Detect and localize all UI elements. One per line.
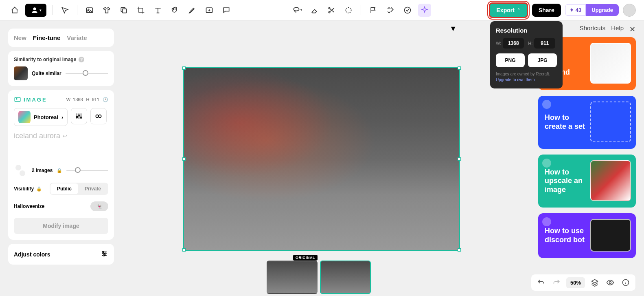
svg-point-19 (103, 255, 105, 256)
lasso-icon[interactable]: ▾ (291, 4, 304, 17)
eye-icon[interactable] (605, 277, 616, 288)
cursor-icon[interactable] (58, 4, 71, 17)
public-button[interactable]: Public (50, 183, 78, 194)
upgrade-button[interactable]: Upgrade (586, 4, 619, 16)
user-tool-dropdown[interactable]: ▾ (25, 4, 46, 17)
clock-icon[interactable]: 🕐 (103, 97, 108, 102)
text-icon[interactable] (151, 4, 164, 17)
zoom-level[interactable]: 50% (566, 277, 585, 288)
scissors-icon[interactable] (325, 4, 338, 17)
circle-dashed-icon[interactable] (342, 4, 355, 17)
refresh-image-icon[interactable] (203, 4, 216, 17)
resize-handle-mr[interactable] (458, 157, 461, 161)
resize-handle-tl[interactable] (182, 66, 186, 70)
sliders-icon (100, 250, 108, 259)
hand-icon[interactable] (169, 4, 182, 17)
shortcuts-link[interactable]: Shortcuts (580, 24, 605, 31)
flag-icon[interactable] (367, 4, 380, 17)
close-icon[interactable]: ✕ (629, 25, 636, 31)
eraser-icon[interactable] (308, 4, 321, 17)
filter-icon[interactable]: ▼ (449, 24, 457, 33)
svg-rect-10 (15, 97, 20, 102)
resolution-title: Resolution (496, 27, 557, 34)
help-link[interactable]: Help (611, 24, 624, 31)
credits-button[interactable]: ✦ 43 (565, 4, 586, 16)
upgrade-link[interactable]: Upgrade to own them (496, 77, 535, 82)
svg-point-9 (404, 7, 410, 13)
halloweenize-switch[interactable]: 👻 (90, 201, 108, 211)
resize-handle-ml[interactable] (182, 157, 186, 161)
similarity-thumb (14, 66, 28, 80)
svg-rect-3 (123, 9, 127, 13)
info-icon[interactable] (620, 277, 631, 288)
shirt-icon[interactable] (100, 4, 113, 17)
comment-icon[interactable] (220, 4, 233, 17)
ownership-text: Images are owned by Recraft. Upgrade to … (496, 71, 557, 83)
height-input[interactable] (534, 38, 555, 49)
resize-handle-bl[interactable] (182, 248, 186, 252)
tab-variate[interactable]: Variate (67, 34, 87, 41)
svg-point-11 (16, 98, 17, 99)
svg-point-14 (81, 117, 82, 118)
tab-new[interactable]: New (14, 34, 26, 41)
private-button[interactable]: Private (78, 183, 107, 194)
visibility-toggle[interactable]: Public Private (50, 183, 108, 195)
card-discord[interactable]: How to use discord bot (538, 213, 636, 258)
copy-icon[interactable] (117, 4, 130, 17)
link-button[interactable] (90, 108, 107, 124)
magic-icon[interactable] (418, 4, 431, 17)
svg-point-0 (33, 7, 36, 10)
settings-button[interactable] (71, 108, 87, 124)
svg-point-7 (329, 11, 330, 13)
prompt-text[interactable]: iceland aurora ↩ (14, 132, 108, 140)
modify-button[interactable]: Modify image (14, 218, 108, 234)
export-popup: Resolution W: H: PNG JPG Images are owne… (490, 21, 563, 88)
tab-fine-tune[interactable]: Fine-tune (33, 34, 61, 41)
home-icon[interactable] (8, 4, 21, 17)
lock-icon: 🔒 (57, 168, 62, 173)
similarity-value: Quite similar (32, 71, 61, 76)
thumbnail-original[interactable] (267, 261, 318, 294)
original-tag: ORIGINAL (293, 255, 318, 261)
image-title: IMAGE (14, 96, 47, 103)
svg-point-20 (609, 282, 611, 284)
similarity-slider[interactable] (66, 73, 108, 74)
png-button[interactable]: PNG (496, 53, 525, 67)
transform-icon[interactable] (384, 4, 397, 17)
halloweenize-label: Halloweenize (14, 203, 44, 209)
main-canvas-image[interactable] (183, 67, 460, 251)
svg-point-13 (79, 115, 80, 116)
svg-point-8 (346, 7, 351, 13)
width-label: W: (496, 41, 501, 46)
lock-icon: 🔒 (36, 186, 42, 192)
svg-point-6 (329, 7, 330, 9)
card-create-set[interactable]: How to create a set (538, 96, 636, 149)
share-button[interactable]: Share (532, 4, 561, 17)
crop-icon[interactable] (134, 4, 147, 17)
image-icon[interactable] (83, 4, 96, 17)
image-panel: IMAGE W: 1368 H: 911 🕐 Photoreal › icela… (8, 90, 114, 240)
jpg-button[interactable]: JPG (528, 53, 557, 67)
adjust-colors-label: Adjust colors (14, 251, 50, 258)
images-count: 2 images (32, 168, 53, 173)
width-input[interactable] (503, 38, 524, 49)
layers-icon[interactable] (589, 277, 600, 288)
height-label: H: (528, 41, 532, 46)
avatar[interactable] (623, 4, 636, 17)
images-slider[interactable] (66, 170, 108, 171)
export-button[interactable]: Export⌃ (489, 2, 528, 18)
thumbnail-variant[interactable] (320, 261, 371, 294)
resize-handle-br[interactable] (458, 248, 461, 252)
redo-icon[interactable] (551, 277, 562, 288)
style-chip[interactable]: Photoreal › (14, 108, 68, 126)
help-icon[interactable]: ? (79, 57, 84, 62)
undo-icon[interactable] (535, 277, 547, 288)
svg-point-17 (103, 251, 104, 252)
highlight-icon[interactable] (186, 4, 199, 17)
checkmark-circle-icon[interactable] (401, 4, 414, 17)
card-upscale[interactable]: How to upscale an image (538, 155, 636, 208)
adjust-colors-panel[interactable]: Adjust colors (8, 244, 114, 265)
svg-point-12 (77, 116, 78, 117)
resize-handle-tr[interactable] (458, 66, 461, 70)
chevron-right-icon: › (61, 114, 63, 120)
